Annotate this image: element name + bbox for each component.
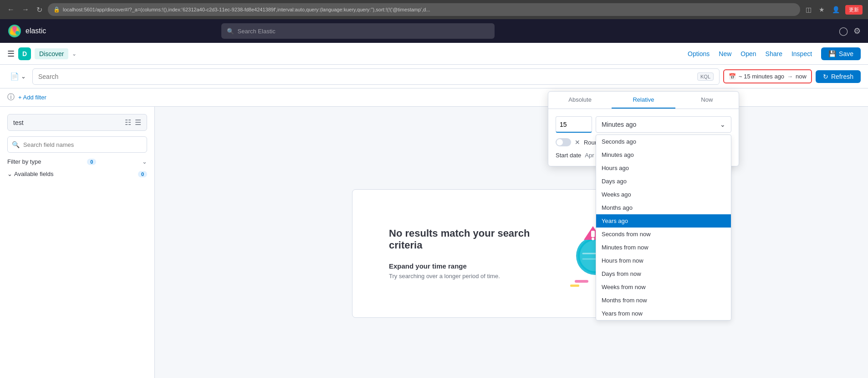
expand-time-desc: Try searching over a longer period of ti… bbox=[389, 273, 534, 280]
unit-days-from-now[interactable]: Days from now bbox=[596, 267, 731, 280]
time-unit-select: Minutes ago ⌄ Seconds ago Minutes ago Ho… bbox=[596, 116, 731, 133]
index-selector[interactable]: 📄 ⌄ bbox=[7, 70, 29, 83]
notifications-icon[interactable]: ◯ bbox=[839, 26, 848, 36]
svg-point-3 bbox=[10, 31, 14, 35]
unit-years-ago[interactable]: Years ago bbox=[596, 214, 731, 228]
nav-bar: ☰ D Discover ⌄ Options New Open Share In… bbox=[0, 43, 868, 65]
add-filter-button[interactable]: + Add filter bbox=[18, 94, 46, 101]
svg-point-2 bbox=[12, 26, 17, 31]
svg-point-4 bbox=[15, 31, 19, 35]
new-button[interactable]: New bbox=[719, 50, 731, 57]
app-chevron-icon[interactable]: ⌄ bbox=[72, 51, 77, 57]
sidebar-icons: ☷ ☰ bbox=[125, 118, 141, 127]
global-search[interactable]: 🔍 Search Elastic bbox=[221, 23, 495, 39]
unit-minutes-ago[interactable]: Minutes ago bbox=[596, 148, 731, 161]
browser-actions: ◫ ★ 👤 更新 bbox=[804, 4, 863, 15]
time-unit-display[interactable]: Minutes ago ⌄ bbox=[596, 116, 731, 133]
search-icon: 🔍 bbox=[227, 28, 234, 35]
calendar-icon: 📅 bbox=[729, 73, 736, 80]
unit-hours-ago[interactable]: Hours ago bbox=[596, 161, 731, 175]
filter-type-label: Filter by type bbox=[7, 158, 41, 165]
elastic-logo-icon bbox=[7, 24, 22, 38]
time-arrow: → bbox=[787, 73, 793, 80]
filter-type-row: Filter by type 0 ⌄ bbox=[7, 158, 147, 165]
svg-rect-20 bbox=[575, 280, 588, 283]
hamburger-icon[interactable]: ☰ bbox=[7, 49, 15, 59]
unit-dropdown: Seconds ago Minutes ago Hours ago Days a… bbox=[596, 135, 731, 321]
sidebar-grid-icon[interactable]: ☷ bbox=[125, 118, 131, 127]
time-input-row: Minutes ago ⌄ Seconds ago Minutes ago Ho… bbox=[556, 116, 731, 133]
sidebar: test ☷ ☰ 🔍 Filter by type 0 ⌄ ⌄ Availabl… bbox=[0, 107, 155, 378]
refresh-icon: ↻ bbox=[823, 73, 828, 80]
no-results-title: No results match your search criteria bbox=[389, 228, 534, 251]
expand-time-title: Expand your time range bbox=[389, 262, 534, 270]
svg-rect-14 bbox=[591, 231, 595, 237]
filter-info-icon: ⓘ bbox=[7, 93, 15, 102]
tab-now[interactable]: Now bbox=[675, 92, 739, 109]
content-area: No results match your search criteria Ex… bbox=[155, 107, 868, 378]
forward-button[interactable]: → bbox=[20, 4, 31, 16]
tab-relative[interactable]: Relative bbox=[612, 92, 675, 109]
cast-icon[interactable]: ◫ bbox=[804, 4, 813, 15]
round-toggle[interactable] bbox=[556, 138, 571, 146]
address-text: localhost:5601/app/discover#/?_a=(column… bbox=[63, 7, 430, 12]
search-fields-input[interactable] bbox=[7, 136, 147, 153]
tab-absolute[interactable]: Absolute bbox=[548, 92, 612, 109]
unit-hours-from-now[interactable]: Hours from now bbox=[596, 254, 731, 267]
index-selector-chevron: ⌄ bbox=[21, 73, 26, 80]
address-bar[interactable]: 🔒 localhost:5601/app/discover#/?_a=(colu… bbox=[48, 3, 800, 16]
unit-weeks-ago[interactable]: Weeks ago bbox=[596, 188, 731, 201]
unit-weeks-from-now[interactable]: Weeks from now bbox=[596, 280, 731, 294]
search-input[interactable] bbox=[38, 73, 697, 80]
open-button[interactable]: Open bbox=[740, 50, 756, 57]
save-button[interactable]: 💾 Save bbox=[821, 47, 861, 60]
search-input-container[interactable]: KQL bbox=[32, 68, 720, 85]
no-results-text: No results match your search criteria Ex… bbox=[389, 228, 534, 280]
profile-icon[interactable]: 👤 bbox=[830, 4, 842, 15]
app-name-button[interactable]: Discover bbox=[35, 48, 68, 59]
search-fields-icon: 🔍 bbox=[12, 141, 20, 148]
time-end: now bbox=[796, 73, 807, 80]
unit-years-from-now[interactable]: Years from now bbox=[596, 307, 731, 320]
available-fields-label: Available fields bbox=[14, 171, 53, 177]
search-bar-row: 📄 ⌄ KQL 📅 ~ 15 minutes ago → now Absolut… bbox=[0, 65, 868, 88]
elastic-logo[interactable]: elastic bbox=[7, 24, 46, 38]
reload-button[interactable]: ↻ bbox=[35, 4, 44, 16]
selected-unit-label: Minutes ago bbox=[602, 121, 636, 128]
unit-months-ago[interactable]: Months ago bbox=[596, 201, 731, 214]
save-icon: 💾 bbox=[828, 50, 836, 57]
browser-chrome: ← → ↻ 🔒 localhost:5601/app/discover#/?_a… bbox=[0, 0, 868, 19]
refresh-button[interactable]: ↻ Refresh bbox=[816, 70, 861, 83]
time-start: ~ 15 minutes ago bbox=[739, 73, 784, 80]
inspect-button[interactable]: Inspect bbox=[791, 50, 812, 57]
options-button[interactable]: Options bbox=[688, 50, 710, 57]
unit-seconds-ago[interactable]: Seconds ago bbox=[596, 135, 731, 148]
time-number-input[interactable] bbox=[556, 116, 592, 133]
settings-icon[interactable]: ⚙ bbox=[853, 26, 861, 36]
filter-type-chevron[interactable]: ⌄ bbox=[142, 158, 147, 165]
time-picker-dropdown: Absolute Relative Now Minutes ago ⌄ Seco… bbox=[548, 91, 739, 166]
available-fields-chevron: ⌄ bbox=[7, 171, 12, 177]
search-fields-wrapper: 🔍 bbox=[7, 136, 147, 153]
unit-minutes-from-now[interactable]: Minutes from now bbox=[596, 241, 731, 254]
start-date-label: Start date bbox=[556, 152, 581, 159]
unit-days-ago[interactable]: Days ago bbox=[596, 175, 731, 188]
time-picker-button[interactable]: 📅 ~ 15 minutes ago → now bbox=[723, 69, 812, 83]
bookmark-icon[interactable]: ★ bbox=[817, 4, 827, 15]
refresh-label: Refresh bbox=[831, 73, 853, 80]
back-button[interactable]: ← bbox=[5, 4, 16, 16]
available-fields-header[interactable]: ⌄ Available fields 0 bbox=[7, 171, 147, 177]
index-dropdown[interactable]: test ☷ ☰ bbox=[7, 114, 147, 131]
time-picker-body: Minutes ago ⌄ Seconds ago Minutes ago Ho… bbox=[548, 109, 739, 166]
svg-point-15 bbox=[592, 238, 594, 240]
x-icon[interactable]: ✕ bbox=[575, 139, 580, 146]
time-picker-container: 📅 ~ 15 minutes ago → now Absolute Relati… bbox=[723, 69, 812, 83]
update-button[interactable]: 更新 bbox=[845, 5, 863, 15]
kql-badge[interactable]: KQL bbox=[697, 72, 714, 81]
share-button[interactable]: Share bbox=[766, 50, 782, 57]
unit-months-from-now[interactable]: Months from now bbox=[596, 294, 731, 307]
elastic-logo-text: elastic bbox=[26, 27, 46, 35]
filter-type-count: 0 bbox=[87, 159, 96, 165]
unit-seconds-from-now[interactable]: Seconds from now bbox=[596, 228, 731, 241]
sidebar-list-icon[interactable]: ☰ bbox=[135, 118, 141, 127]
